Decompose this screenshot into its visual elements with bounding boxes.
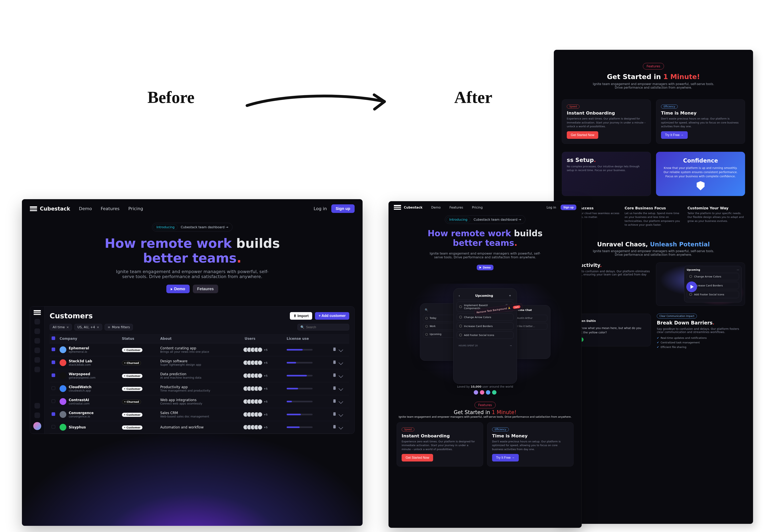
company-domain: getwarpspeed.com <box>69 376 95 379</box>
intro-link[interactable]: Cubestack team dashboard → <box>473 218 521 222</box>
about-title: Data prediction <box>160 372 241 376</box>
col-about[interactable]: About <box>158 334 243 343</box>
nav-demo[interactable]: Demo <box>79 206 92 211</box>
table-row[interactable]: CloudWatchcloudwatch.app• CustomerProduc… <box>50 382 349 395</box>
pie-icon[interactable] <box>34 357 40 363</box>
company-name: Stack3d Lab <box>69 359 92 363</box>
close-icon[interactable]: × <box>97 325 99 329</box>
about-title: Automation and workflow <box>160 425 241 429</box>
search-input[interactable] <box>306 325 346 329</box>
home-icon[interactable] <box>34 319 40 324</box>
nav-demo[interactable]: Demo <box>431 206 441 209</box>
brand[interactable]: Cubestack <box>30 206 70 212</box>
trash-icon[interactable] <box>333 361 336 364</box>
about-sub: AI and machine learning data <box>160 376 241 379</box>
nav-pricing[interactable]: Pricing <box>128 206 143 211</box>
features-button[interactable]: Fetaures <box>193 284 218 293</box>
bullet: Centralized task management <box>657 340 744 345</box>
intro-pill[interactable]: Introducing Cubestack team dashboard → <box>152 223 233 232</box>
pill-speed: Speed <box>567 105 579 109</box>
nav-pricing[interactable]: Pricing <box>472 206 483 209</box>
get-started-heading-2: Get Started in 1 Minute! <box>389 409 581 415</box>
trash-icon[interactable] <box>333 387 336 390</box>
row-checkbox[interactable] <box>52 412 55 416</box>
demo-button[interactable]: Demo <box>477 265 493 270</box>
bullet: Efficient file sharing <box>657 345 744 349</box>
nav-features[interactable]: Features <box>101 206 120 211</box>
get-started-now-button[interactable]: Get Started Now <box>401 454 433 461</box>
trash-icon[interactable] <box>333 400 336 403</box>
row-checkbox[interactable] <box>52 360 55 364</box>
company-avatar <box>60 346 66 353</box>
intro-tag: Introducing <box>446 217 470 223</box>
table-row[interactable]: ContrastAIcontrastai.com• ChurnedWeb app… <box>50 395 349 408</box>
edit-icon[interactable] <box>339 412 343 417</box>
table-row[interactable]: Sisyphus• CustomerAutomation and workflo… <box>50 421 349 434</box>
video-preview-card[interactable]: Upcoming⋯ Change Arrow Colors Increase C… <box>656 263 745 306</box>
row-checkbox[interactable] <box>52 347 55 351</box>
row-checkbox[interactable] <box>52 399 55 403</box>
edit-icon[interactable] <box>339 386 343 391</box>
row-checkbox[interactable] <box>52 373 55 377</box>
page-title: Customers <box>50 312 93 320</box>
col-company[interactable]: Company <box>58 334 120 343</box>
edit-icon[interactable] <box>339 399 343 404</box>
task-item[interactable]: Increase Card Borders <box>456 322 513 330</box>
intro-pill[interactable]: Introducing Cubestack team dashboard → <box>445 215 525 224</box>
trash-icon[interactable] <box>333 413 336 416</box>
close-icon[interactable]: × <box>66 325 69 329</box>
login-link[interactable]: Log in <box>314 206 327 211</box>
edit-icon[interactable] <box>339 373 343 378</box>
nav-features[interactable]: Features <box>449 206 463 209</box>
more-filters-chip[interactable]: More filters <box>105 324 133 330</box>
users-icon[interactable] <box>34 367 40 372</box>
phone-mock-stack: 🔍 Today WorkFalls Upcoming ‹ Upcoming ＋ … <box>417 280 553 384</box>
demo-button[interactable]: Demo <box>166 284 190 293</box>
company-name: Ephemeral <box>69 346 89 350</box>
import-button[interactable]: ⬆ Import <box>290 312 312 320</box>
edit-icon[interactable] <box>339 347 343 352</box>
layers-icon[interactable] <box>34 338 40 343</box>
try-it-free-button[interactable]: Try It Free → <box>492 454 519 461</box>
tasks-icon[interactable] <box>34 347 40 353</box>
checkbox-all[interactable] <box>52 336 55 340</box>
edit-icon[interactable] <box>339 360 343 365</box>
settings-icon[interactable] <box>34 412 40 418</box>
table-row[interactable]: Warpspeedgetwarpspeed.com• CustomerData … <box>50 369 349 382</box>
company-domain: contrastai.com <box>69 402 90 405</box>
signup-button[interactable]: Sign up <box>331 204 355 213</box>
about-sub: Super lightweight design app <box>160 363 241 366</box>
edit-icon[interactable] <box>339 425 343 430</box>
add-customer-button[interactable]: + Add customer <box>315 312 349 320</box>
signup-button[interactable]: Sign up <box>561 205 576 210</box>
filter-chip-time[interactable]: All time× <box>50 324 72 330</box>
license-bar <box>287 349 313 350</box>
trash-icon[interactable] <box>333 348 336 351</box>
card-body: Experience zero wait times. Our platform… <box>567 117 646 129</box>
table-row[interactable]: Ephemeralephemeral.io• CustomerContent c… <box>50 343 349 356</box>
table-row[interactable]: Convergenceconvergence.io• CustomerSales… <box>50 408 349 421</box>
brand[interactable]: Cubestack <box>394 205 422 210</box>
avatar[interactable] <box>33 422 41 430</box>
play-icon[interactable] <box>686 281 697 292</box>
support-icon[interactable] <box>34 403 40 408</box>
trash-icon[interactable] <box>333 374 336 377</box>
sidebar-rail <box>30 306 44 434</box>
table-row[interactable]: Stack3d Labstack3dlab.com• ChurnedDesign… <box>50 356 349 369</box>
try-it-free-button[interactable]: Try It Free → <box>661 131 688 139</box>
dashboard-icon[interactable] <box>34 328 40 334</box>
col-users[interactable]: Users <box>243 334 285 343</box>
col-status[interactable]: Status <box>120 334 158 343</box>
task-item[interactable]: Add Footer Social Icons <box>456 331 513 339</box>
company-domain: cloudwatch.app <box>69 389 91 392</box>
filter-chip-region[interactable]: US, AU, +4× <box>74 324 102 330</box>
col-license[interactable]: License use <box>285 334 331 343</box>
get-started-now-button[interactable]: Get Started Now <box>567 131 598 139</box>
card-instant-onboarding: Speed Instant Onboarding Experience zero… <box>396 422 483 467</box>
row-checkbox[interactable] <box>52 386 55 390</box>
row-checkbox[interactable] <box>52 425 55 429</box>
search-field[interactable]: 🔍 <box>298 324 349 330</box>
trash-icon[interactable] <box>333 426 336 428</box>
intro-link[interactable]: Cubestack team dashboard → <box>181 225 228 229</box>
login-link[interactable]: Log in <box>546 206 556 209</box>
